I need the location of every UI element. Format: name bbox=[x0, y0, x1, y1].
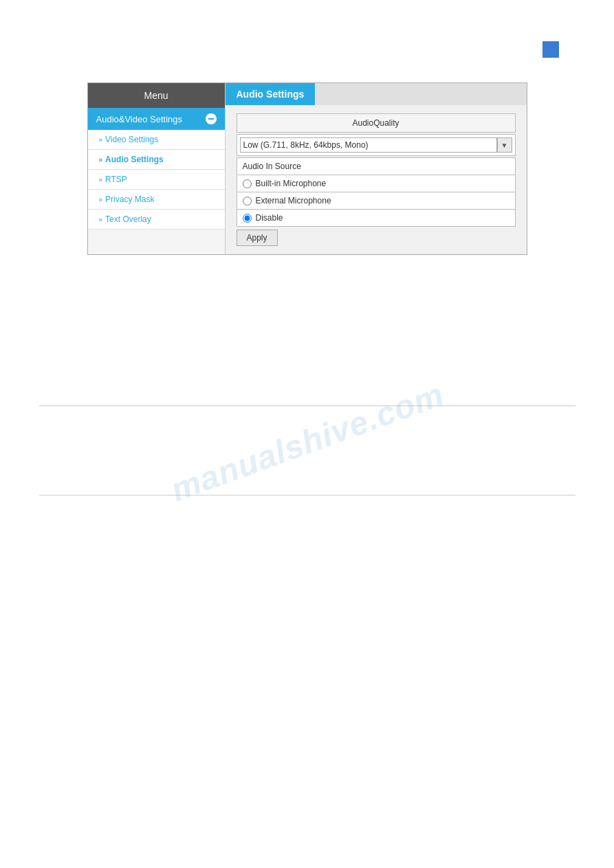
radio-row-disable: Disable bbox=[237, 210, 516, 227]
dropdown-arrow-icon[interactable]: ▼ bbox=[497, 137, 512, 153]
audio-quality-select[interactable]: Low (G.711, 8kHz, 64kbps, Mono) Medium (… bbox=[240, 137, 497, 153]
radio-external-microphone[interactable] bbox=[243, 197, 252, 205]
content-area: Audio Settings AudioQuality Low (G.711, … bbox=[226, 83, 527, 254]
apply-button[interactable]: Apply bbox=[237, 230, 278, 246]
label-builtin-microphone[interactable]: Built-in Microphone bbox=[256, 179, 327, 188]
sidebar-sub-label: Text Overlay bbox=[105, 214, 151, 224]
content-body: AudioQuality Low (G.711, 8kHz, 64kbps, M… bbox=[226, 105, 527, 254]
sidebar-item-audio-settings[interactable]: »Audio Settings bbox=[88, 150, 225, 170]
arrow-icon: » bbox=[99, 156, 103, 164]
divider-bottom bbox=[39, 495, 575, 496]
top-right-box bbox=[542, 41, 559, 58]
audio-quality-header: AudioQuality bbox=[237, 113, 516, 133]
sidebar-sub-label: RTSP bbox=[105, 175, 127, 184]
radio-row-external: External Microphone bbox=[237, 192, 516, 210]
radio-disable[interactable] bbox=[243, 214, 252, 223]
sidebar-item-audio-video[interactable]: Audio&Video Settings bbox=[88, 108, 225, 130]
main-panel: Menu Audio&Video Settings »Video Setting… bbox=[87, 82, 527, 255]
sidebar-sub-label: Audio Settings bbox=[105, 155, 164, 164]
label-disable[interactable]: Disable bbox=[256, 213, 283, 223]
minus-line bbox=[208, 118, 214, 120]
arrow-icon: » bbox=[99, 176, 103, 183]
arrow-icon: » bbox=[99, 216, 103, 223]
tab-audio-settings[interactable]: Audio Settings bbox=[226, 83, 316, 105]
arrow-icon: » bbox=[99, 196, 103, 203]
audio-in-source-header: Audio In Source bbox=[237, 157, 516, 175]
sidebar-item-privacy-mask[interactable]: »Privacy Mask bbox=[88, 190, 225, 210]
watermark: manualshive.com bbox=[166, 375, 448, 509]
sidebar-item-text-overlay[interactable]: »Text Overlay bbox=[88, 210, 225, 230]
sidebar-header: Menu bbox=[88, 83, 225, 108]
minus-icon bbox=[206, 113, 217, 124]
sidebar-item-video-settings[interactable]: »Video Settings bbox=[88, 130, 225, 150]
divider-top bbox=[39, 405, 575, 406]
radio-row-builtin: Built-in Microphone bbox=[237, 175, 516, 192]
radio-builtin-microphone[interactable] bbox=[243, 179, 252, 188]
page-container: Menu Audio&Video Settings »Video Setting… bbox=[0, 0, 614, 868]
sidebar-sub-label: Video Settings bbox=[105, 135, 158, 144]
sidebar: Menu Audio&Video Settings »Video Setting… bbox=[88, 83, 226, 254]
sidebar-active-label: Audio&Video Settings bbox=[96, 114, 183, 124]
arrow-icon: » bbox=[99, 136, 103, 144]
sidebar-item-rtsp[interactable]: »RTSP bbox=[88, 170, 225, 190]
audio-quality-dropdown-row: Low (G.711, 8kHz, 64kbps, Mono) Medium (… bbox=[237, 134, 516, 156]
label-external-microphone[interactable]: External Microphone bbox=[256, 196, 331, 205]
sidebar-sub-label: Privacy Mask bbox=[105, 194, 154, 204]
